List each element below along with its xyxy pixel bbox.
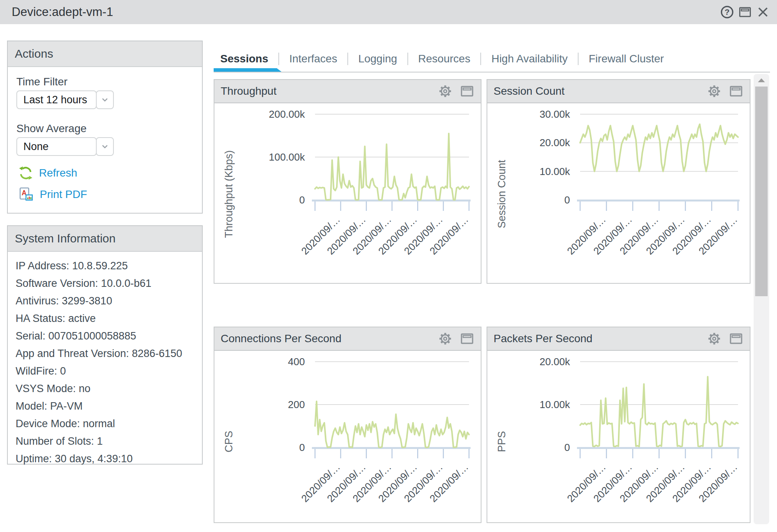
tab-sessions[interactable]: Sessions <box>214 46 278 72</box>
system-info-item: App and Threat Version: 8286-6150 <box>16 345 194 362</box>
system-information-title: System Information <box>8 226 202 252</box>
svg-text:0: 0 <box>299 442 305 453</box>
system-info-item: Antivirus: 3299-3810 <box>16 292 194 310</box>
tab-label: Logging <box>358 53 397 65</box>
window-titlebar: Device:adept-vm-1 ? <box>0 0 777 24</box>
system-info-item: Uptime: 30 days, 4:39:10 <box>16 450 194 468</box>
tab-label: Resources <box>418 53 471 65</box>
svg-text:10.00k: 10.00k <box>540 166 570 177</box>
chevron-down-icon[interactable] <box>96 137 114 156</box>
tab-label: Sessions <box>220 53 268 65</box>
system-info-item: Model: PA-VM <box>16 398 194 415</box>
tab-bar: Sessions Interfaces Logging Resources Hi… <box>214 46 674 72</box>
tab-high-availability[interactable]: High Availability <box>481 46 578 72</box>
svg-text:CPS: CPS <box>223 431 235 452</box>
help-icon[interactable]: ? <box>720 5 734 19</box>
refresh-label: Refresh <box>39 167 77 179</box>
tab-label: High Availability <box>491 53 568 65</box>
actions-panel-title: Actions <box>8 41 202 67</box>
print-pdf-label: Print PDF <box>40 188 87 201</box>
session-count-chart: 010.00k20.00k30.00k2020/09/…2020/09/…202… <box>487 103 750 273</box>
connections-per-second-panel: Connections Per Second <box>214 327 481 523</box>
svg-text:0: 0 <box>299 194 305 206</box>
svg-text:200: 200 <box>288 399 305 410</box>
svg-text:Session Count: Session Count <box>496 160 508 228</box>
panel-header: Throughput <box>214 80 481 103</box>
device-monitor-window: Device:adept-vm-1 ? Actions Time Filter … <box>0 0 777 532</box>
tab-label: Firewall Cluster <box>589 53 664 65</box>
system-info-item: Device Mode: normal <box>16 415 194 433</box>
system-info-item: Serial: 007051000058885 <box>16 327 194 345</box>
packets-per-second-chart: 010.00k20.00k2020/09/…2020/09/…2020/09/…… <box>487 351 750 521</box>
window-icon[interactable] <box>729 84 743 99</box>
system-info-item: VSYS Mode: no <box>16 380 194 398</box>
system-information-panel: System Information IP Address: 10.8.59.2… <box>7 225 203 465</box>
tab-firewall-cluster[interactable]: Firewall Cluster <box>579 46 674 72</box>
time-filter-label: Time Filter <box>16 76 67 88</box>
svg-text:200.00k: 200.00k <box>269 108 305 120</box>
gear-icon[interactable] <box>438 331 453 346</box>
show-average-value: None <box>16 137 97 156</box>
system-info-item: WildFire: 0 <box>16 362 194 380</box>
panel-header: Session Count <box>487 80 750 103</box>
time-filter-value: Last 12 hours <box>16 90 97 109</box>
scrollbar-thumb[interactable] <box>755 87 768 296</box>
show-average-label: Show Average <box>16 122 87 135</box>
session-count-panel: Session Count 01 <box>487 79 750 284</box>
window-icon[interactable] <box>729 331 743 346</box>
tab-interfaces[interactable]: Interfaces <box>279 46 347 72</box>
svg-text:0: 0 <box>565 194 570 206</box>
actions-panel: Actions Time Filter Last 12 hours Show A… <box>7 41 203 214</box>
window-icon[interactable] <box>460 331 474 346</box>
tab-resources[interactable]: Resources <box>408 46 481 72</box>
svg-text:30.00k: 30.00k <box>540 108 570 120</box>
window-icon[interactable] <box>460 84 474 99</box>
svg-text:?: ? <box>725 7 730 16</box>
panel-title: Packets Per Second <box>487 332 707 345</box>
chevron-down-icon[interactable] <box>96 90 114 109</box>
gear-icon[interactable] <box>707 331 722 346</box>
svg-text:400: 400 <box>288 356 305 368</box>
panel-header: Packets Per Second <box>487 327 750 351</box>
throughput-chart: 0100.00k200.00k2020/09/…2020/09/…2020/09… <box>214 103 481 273</box>
tabs-divider <box>214 72 770 72</box>
svg-text:10.00k: 10.00k <box>540 399 570 410</box>
print-pdf-link[interactable]: A Print PDF <box>19 187 87 202</box>
panel-header: Connections Per Second <box>214 327 481 351</box>
svg-text:PPS: PPS <box>496 431 508 452</box>
system-info-item: IP Address: 10.8.59.225 <box>16 257 194 275</box>
panel-title: Connections Per Second <box>214 332 438 345</box>
pdf-icon: A <box>19 187 34 202</box>
refresh-link[interactable]: Refresh <box>19 166 77 180</box>
tab-logging[interactable]: Logging <box>348 46 407 72</box>
throughput-panel: Throughput 0100. <box>214 79 481 284</box>
svg-text:Throughput (Kbps): Throughput (Kbps) <box>223 150 235 238</box>
system-info-item: HA Status: active <box>16 310 194 327</box>
svg-text:20.00k: 20.00k <box>540 137 570 148</box>
svg-text:0: 0 <box>565 442 570 453</box>
packets-per-second-panel: Packets Per Second <box>487 327 750 523</box>
scroll-up-icon[interactable] <box>757 77 766 83</box>
tab-label: Interfaces <box>289 53 337 65</box>
refresh-icon <box>19 166 33 180</box>
svg-text:100.00k: 100.00k <box>269 151 305 163</box>
window-title: Device:adept-vm-1 <box>12 0 113 24</box>
close-icon[interactable] <box>756 5 770 19</box>
system-info-item: Software Version: 10.0.0-b61 <box>16 275 194 292</box>
connections-per-second-chart: 02004002020/09/…2020/09/…2020/09/…2020/0… <box>214 351 481 521</box>
show-average-select[interactable]: None <box>16 137 114 156</box>
panel-title: Throughput <box>214 85 438 97</box>
panel-title: Session Count <box>487 85 707 97</box>
time-filter-select[interactable]: Last 12 hours <box>16 90 114 109</box>
gear-icon[interactable] <box>707 84 722 99</box>
vertical-scrollbar[interactable] <box>754 74 769 524</box>
system-information-list: IP Address: 10.8.59.225 Software Version… <box>8 252 202 473</box>
window-restore-icon[interactable] <box>738 5 752 19</box>
system-info-item: Number of Slots: 1 <box>16 433 194 450</box>
gear-icon[interactable] <box>438 84 453 99</box>
svg-text:20.00k: 20.00k <box>540 356 570 368</box>
